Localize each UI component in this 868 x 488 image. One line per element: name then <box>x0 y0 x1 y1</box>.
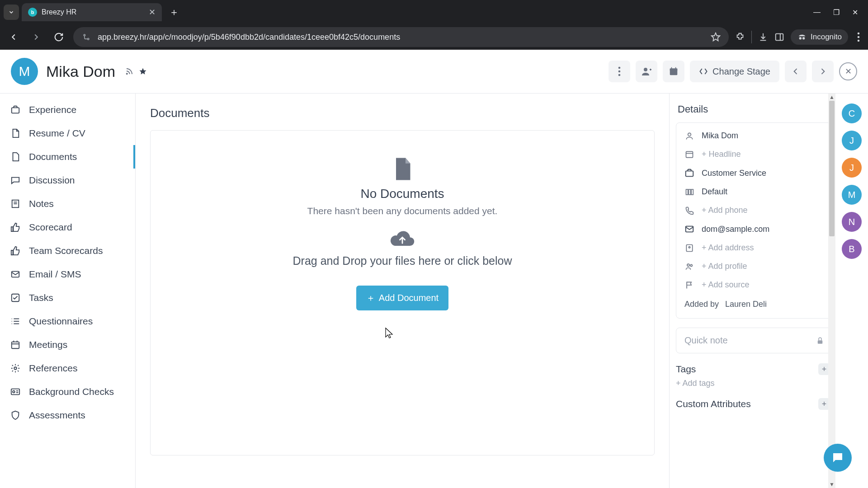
close-panel-button[interactable]: ✕ <box>839 62 857 80</box>
sidebar-item-questionnaires[interactable]: Questionnaires <box>0 310 135 333</box>
add-document-label: Add Document <box>379 293 439 303</box>
headline-icon <box>684 150 694 159</box>
sidebar-item-label: References <box>29 363 77 374</box>
add-document-button[interactable]: ＋ Add Document <box>356 286 448 310</box>
person-chip[interactable]: N <box>842 212 862 232</box>
chat-fab[interactable] <box>824 444 852 472</box>
reload-button[interactable] <box>51 29 67 45</box>
svg-point-7 <box>858 33 860 35</box>
sidebar-item-label: Tasks <box>29 292 53 303</box>
svg-rect-19 <box>670 69 678 71</box>
person-chip[interactable]: J <box>842 131 862 150</box>
sidebar-item-notes[interactable]: Notes <box>0 192 135 216</box>
header-actions: Change Stage ✕ <box>609 61 857 82</box>
svg-point-1 <box>88 38 89 40</box>
sidebar-item-references[interactable]: References <box>0 357 135 380</box>
details-row[interactable]: Mika Dom <box>676 127 832 145</box>
sidebar-item-resume-cv[interactable]: Resume / CV <box>0 122 135 145</box>
quick-note-input[interactable]: Quick note <box>676 328 833 353</box>
app-body: ExperienceResume / CVDocumentsDiscussion… <box>0 94 868 488</box>
details-row[interactable]: Default <box>676 183 832 201</box>
person-chip[interactable]: M <box>842 185 862 205</box>
tab-search-button[interactable] <box>4 5 19 20</box>
svg-rect-49 <box>686 189 688 195</box>
details-title: Details <box>678 103 833 115</box>
no-documents-title: No Documents <box>360 187 444 201</box>
people-rail: CJJMNB <box>835 94 868 488</box>
scroll-down-arrow[interactable]: ▼ <box>828 481 835 488</box>
custom-attrs-header: Custom Attributes + <box>676 398 833 410</box>
details-row[interactable]: + Add address <box>676 239 832 257</box>
details-scrollbar[interactable]: ▲ ▼ <box>828 94 835 488</box>
back-button[interactable] <box>5 29 22 45</box>
shield-icon <box>10 410 21 420</box>
svg-rect-36 <box>12 342 19 349</box>
kebab-menu-icon[interactable] <box>854 32 863 42</box>
sidebar-item-background-checks[interactable]: Background Checks <box>0 380 135 404</box>
next-candidate-button[interactable] <box>812 61 834 82</box>
details-row-text: Customer Service <box>702 169 766 178</box>
new-tab-button[interactable]: ＋ <box>165 5 184 19</box>
sidebar-item-label: Assessments <box>29 410 85 421</box>
add-tags-link[interactable]: + Add tags <box>676 379 833 388</box>
thumbs-icon <box>10 246 21 256</box>
change-stage-button[interactable]: Change Stage <box>690 61 779 82</box>
svg-point-40 <box>14 367 17 370</box>
main-content: Documents No Documents There hasn't been… <box>136 94 669 488</box>
incognito-badge[interactable]: Incognito <box>791 29 848 45</box>
candidate-avatar[interactable]: M <box>11 58 38 85</box>
details-row[interactable]: dom@sample.com <box>676 220 832 239</box>
maximize-icon[interactable]: ❐ <box>833 8 840 17</box>
svg-rect-3 <box>776 34 783 41</box>
svg-rect-51 <box>691 189 693 195</box>
close-window-icon[interactable]: ✕ <box>852 8 858 17</box>
svg-rect-46 <box>686 151 693 157</box>
details-row-text: + Add phone <box>702 206 748 215</box>
side-panel-icon[interactable] <box>774 32 784 42</box>
rss-icon[interactable] <box>125 67 133 75</box>
prev-candidate-button[interactable] <box>785 61 807 82</box>
schedule-button[interactable] <box>663 61 684 82</box>
forward-button[interactable] <box>28 29 44 45</box>
sidebar-item-tasks[interactable]: Tasks <box>0 286 135 310</box>
sidebar-item-meetings[interactable]: Meetings <box>0 333 135 357</box>
omnibox[interactable]: app.breezy.hr/app/c/moodjoy/p/5b46f90dbb… <box>73 27 729 47</box>
minimize-icon[interactable]: ― <box>813 8 821 17</box>
profile-icon <box>684 262 694 271</box>
details-row[interactable]: + Add source <box>676 276 832 294</box>
details-row[interactable]: + Headline <box>676 145 832 164</box>
details-row[interactable]: + Add profile <box>676 257 832 276</box>
details-row-text: + Headline <box>702 150 741 159</box>
documents-dropzone[interactable]: No Documents There hasn't been any docum… <box>150 130 655 455</box>
star-icon[interactable] <box>139 67 147 75</box>
lock-icon <box>816 337 824 345</box>
upload-cloud-icon <box>389 228 416 248</box>
candidate-name: Mika Dom <box>46 63 115 80</box>
sidebar-item-experience[interactable]: Experience <box>0 98 135 122</box>
assign-user-button[interactable] <box>636 61 657 82</box>
mail-icon <box>684 224 694 234</box>
sidebar-item-email-sms[interactable]: Email / SMS <box>0 263 135 286</box>
person-chip[interactable]: J <box>842 158 862 178</box>
sidebar-item-documents[interactable]: Documents <box>0 145 135 169</box>
tab-title: Breezy HR <box>42 8 144 16</box>
details-row[interactable]: + Add phone <box>676 201 832 220</box>
sidebar-item-team-scorecards[interactable]: Team Scorecards <box>0 239 135 263</box>
scroll-thumb[interactable] <box>829 101 835 236</box>
downloads-icon[interactable] <box>758 32 768 42</box>
sidebar-item-scorecard[interactable]: Scorecard <box>0 216 135 239</box>
tab-close-icon[interactable]: ✕ <box>149 7 156 17</box>
sidebar-item-discussion[interactable]: Discussion <box>0 169 135 192</box>
sidebar-item-assessments[interactable]: Assessments <box>0 404 135 427</box>
person-chip[interactable]: C <box>842 103 862 123</box>
more-actions-button[interactable] <box>609 61 630 82</box>
svg-point-15 <box>644 68 647 71</box>
browser-tab[interactable]: b Breezy HR ✕ <box>22 3 162 21</box>
scroll-up-arrow[interactable]: ▲ <box>828 94 835 101</box>
bookmark-star-icon[interactable] <box>711 32 721 42</box>
svg-rect-22 <box>12 108 19 113</box>
site-info-icon[interactable] <box>81 32 91 42</box>
person-chip[interactable]: B <box>842 239 862 259</box>
details-row[interactable]: Customer Service <box>676 164 832 183</box>
extensions-icon[interactable] <box>735 32 745 42</box>
